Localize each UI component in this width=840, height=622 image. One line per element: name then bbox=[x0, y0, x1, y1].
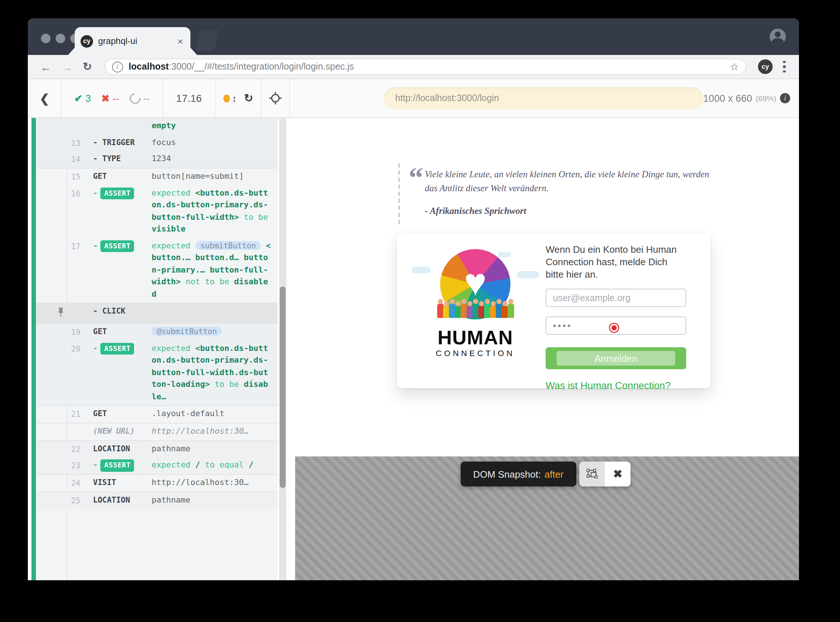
heart-icon: ♥ bbox=[464, 263, 487, 301]
address-bar[interactable]: i localhost :3000/__/#/tests/integration… bbox=[104, 59, 746, 75]
log-row-type[interactable]: 14 - TYPE 1234 bbox=[36, 151, 278, 168]
cloud-icon bbox=[498, 252, 511, 257]
fail-x-icon: ✖ bbox=[101, 92, 110, 104]
url-host: localhost bbox=[129, 61, 169, 72]
window-controls[interactable] bbox=[41, 34, 80, 43]
command-log: empty 13 - TRIGGER focus 14 - TYPE 1234 … bbox=[36, 118, 278, 580]
url-path: :3000/__/#/tests/integration/login/login… bbox=[169, 61, 354, 72]
tab-close-icon[interactable]: × bbox=[176, 35, 184, 47]
browser-window: cy graphql-ui × ← → ↻ i localhost :3000/… bbox=[28, 18, 799, 580]
quote-text: Viele kleine Leute, an vielen kleinen Or… bbox=[425, 168, 713, 195]
log-row-partial[interactable]: empty bbox=[36, 118, 278, 134]
viewport-info-icon[interactable]: i bbox=[780, 93, 790, 103]
new-tab-button[interactable] bbox=[195, 30, 219, 50]
anmelden-submit-button[interactable]: Anmelden bbox=[546, 348, 686, 370]
app-snapshot-pane: “ Viele kleine Leute, an vielen kleinen … bbox=[295, 118, 799, 580]
failed-count: -- bbox=[113, 93, 119, 104]
login-form: Wenn Du ein Konto bei Human Connection h… bbox=[546, 243, 686, 392]
log-row-get[interactable]: 21 GET .layout-default bbox=[36, 406, 278, 423]
human-connection-logo: ♥ HUMAN CONNECTION bbox=[410, 245, 540, 375]
log-row-get[interactable]: 19 GET @submitButton bbox=[36, 323, 278, 341]
log-row-location[interactable]: 25 LOCATION pathname bbox=[36, 492, 278, 509]
reporter-scrollbar[interactable] bbox=[279, 118, 286, 580]
log-row-visit[interactable]: 24 VISIT http://localhost:30… bbox=[36, 474, 278, 492]
cloud-icon bbox=[412, 267, 431, 273]
autoscroll-arrow-icon[interactable]: ↕ bbox=[232, 93, 237, 104]
app-url-field[interactable]: http://localhost:3000/login bbox=[383, 87, 703, 109]
reload-icon[interactable]: ↻ bbox=[83, 60, 92, 73]
window-minimize-button[interactable] bbox=[56, 34, 65, 43]
viewport-size: 1000 x 660 bbox=[703, 93, 752, 104]
back-icon[interactable]: ← bbox=[40, 61, 51, 73]
viewport-info: 1000 x 660 (69%) i bbox=[703, 93, 799, 104]
runner-stats-section: ✔ 3 ✖ -- -- bbox=[62, 79, 163, 117]
selector-playground-crosshair-icon[interactable] bbox=[268, 91, 282, 105]
browser-tab[interactable]: cy graphql-ui × bbox=[75, 27, 190, 55]
close-snapshot-button[interactable]: ✖ bbox=[605, 462, 630, 486]
runner-duration-section: 17.16 bbox=[163, 79, 216, 117]
snapshot-label: DOM Snapshot: bbox=[473, 468, 541, 480]
log-row-assert[interactable]: 20 -ASSERT expected <button.ds-button.ds… bbox=[36, 341, 278, 406]
quote-block: “ Viele kleine Leute, an vielen kleinen … bbox=[399, 163, 713, 224]
screenshot-stage: cy graphql-ui × ← → ↻ i localhost :3000/… bbox=[0, 0, 840, 622]
selector-playground-section bbox=[261, 79, 290, 117]
runner-back-section: ❮ bbox=[28, 79, 62, 117]
email-input[interactable] bbox=[546, 289, 686, 307]
viewport-zoom: (69%) bbox=[756, 94, 776, 102]
rerun-icon[interactable]: ↻ bbox=[244, 91, 253, 105]
stat-pending: -- bbox=[129, 93, 150, 104]
cypress-favicon-icon: cy bbox=[81, 35, 93, 47]
login-intro-text: Wenn Du ein Konto bei Human Connection h… bbox=[546, 243, 686, 281]
forward-icon: → bbox=[61, 61, 73, 73]
scrollbar-thumb[interactable] bbox=[280, 287, 286, 488]
runner-content: empty 13 - TRIGGER focus 14 - TYPE 1234 … bbox=[28, 118, 799, 580]
runner-controls-section: ↕ ↻ bbox=[216, 79, 261, 117]
assert-badge: ASSERT bbox=[101, 460, 134, 472]
log-row-assert[interactable]: 17 -ASSERT expected submitButton <button… bbox=[36, 238, 278, 303]
page-info-icon[interactable]: i bbox=[112, 61, 123, 72]
pending-circle-icon bbox=[127, 90, 142, 106]
command-log-panel: empty 13 - TRIGGER focus 14 - TYPE 1234 … bbox=[28, 118, 295, 580]
toggle-highlights-button[interactable] bbox=[579, 462, 605, 486]
alias-pill: submitButton bbox=[195, 241, 261, 250]
profile-avatar-icon[interactable] bbox=[770, 29, 786, 45]
cloud-icon bbox=[517, 271, 539, 278]
brand-wordmark-top: HUMAN bbox=[410, 327, 540, 349]
browser-menu-icon[interactable] bbox=[783, 61, 786, 73]
tab-title: graphql-ui bbox=[98, 36, 176, 46]
test-passed-bar bbox=[32, 118, 36, 580]
log-row-location[interactable]: 22 LOCATION pathname bbox=[36, 440, 278, 457]
autoscroll-dot-icon[interactable] bbox=[223, 94, 230, 102]
window-close-button[interactable] bbox=[41, 34, 50, 43]
log-row-click-pinned[interactable]: - CLICK bbox=[36, 303, 278, 323]
bookmark-star-icon[interactable]: ☆ bbox=[730, 61, 739, 73]
quote-mark-icon: “ bbox=[409, 163, 423, 193]
what-is-human-connection-link[interactable]: Was ist Human Connection? bbox=[546, 381, 671, 392]
highlights-icon bbox=[586, 469, 598, 479]
passed-count: 3 bbox=[85, 93, 91, 104]
log-row-assert[interactable]: 16 -ASSERT expected <button.ds-button.ds… bbox=[36, 185, 278, 238]
snapshot-state: after bbox=[545, 468, 563, 480]
address-toolbar: ← → ↻ i localhost :3000/__/#/tests/integ… bbox=[28, 55, 799, 79]
close-icon: ✖ bbox=[613, 467, 622, 480]
quote-attribution: - Afrikanisches Sprichwort bbox=[425, 206, 713, 216]
back-chevron-icon[interactable]: ❮ bbox=[35, 91, 54, 105]
login-card: ♥ HUMAN CONNECTION Wenn Du ein Konto bei… bbox=[397, 233, 711, 388]
assert-badge: ASSERT bbox=[101, 343, 134, 355]
log-row-new-url[interactable]: (NEW URL) http://localhost:30… bbox=[36, 423, 278, 440]
crowd-illustration bbox=[413, 303, 537, 318]
test-duration: 17.16 bbox=[170, 92, 208, 104]
pending-count: -- bbox=[143, 93, 150, 104]
cypress-extension-icon[interactable]: cy bbox=[758, 59, 773, 74]
alias-pill: @submitButton bbox=[152, 327, 222, 335]
check-icon: ✔ bbox=[75, 92, 83, 104]
log-row-trigger[interactable]: 13 - TRIGGER focus bbox=[36, 134, 278, 151]
log-row-assert[interactable]: 23 -ASSERT expected / to equal / bbox=[36, 457, 278, 474]
cypress-runner-header: ❮ ✔ 3 ✖ -- -- 17.16 bbox=[28, 79, 799, 118]
pin-icon bbox=[56, 307, 65, 318]
click-event-indicator bbox=[610, 324, 618, 332]
log-row-get[interactable]: 15 GET button[name=submit] bbox=[36, 168, 278, 185]
stat-passed: ✔ 3 bbox=[75, 92, 91, 104]
assert-badge: ASSERT bbox=[101, 188, 134, 200]
snapshot-controls: ✖ bbox=[579, 462, 630, 486]
